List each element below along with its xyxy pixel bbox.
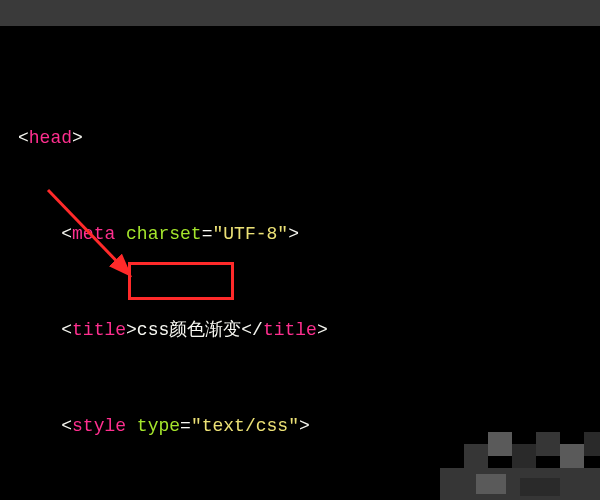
code-line: <meta charset="UTF-8"> <box>0 222 600 246</box>
code-editor[interactable]: <head> <meta charset="UTF-8"> <title>css… <box>0 26 600 500</box>
angle-bracket: < <box>18 128 29 148</box>
tag-name: head <box>29 128 72 148</box>
tag-name: style <box>72 416 126 436</box>
tag-name: meta <box>72 224 115 244</box>
code-line: <head> <box>0 126 600 150</box>
attr-name: charset <box>126 224 202 244</box>
tag-name: title <box>72 320 126 340</box>
annotation-box <box>128 262 234 300</box>
attr-name: type <box>137 416 180 436</box>
attr-value: text/css <box>202 416 288 436</box>
title-bar <box>0 0 600 26</box>
tag-name: title <box>263 320 317 340</box>
title-text: css颜色渐变 <box>137 320 241 340</box>
angle-bracket: > <box>72 128 83 148</box>
code-line: <title>css颜色渐变</title> <box>0 318 600 342</box>
angle-bracket: < <box>61 224 72 244</box>
angle-bracket: > <box>288 224 299 244</box>
attr-value: UTF-8 <box>223 224 277 244</box>
